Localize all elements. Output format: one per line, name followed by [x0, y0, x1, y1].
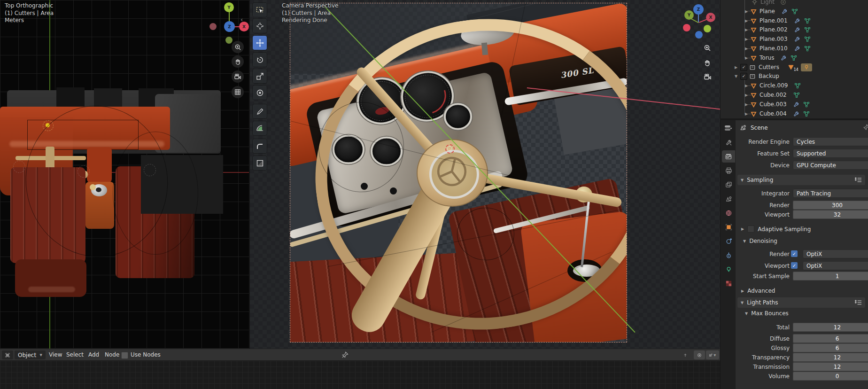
outliner-row-circle009[interactable]: ▶ Circle.009	[721, 81, 868, 90]
properties-panel[interactable]: Scene Render Engine Cycles Feature Set S…	[720, 120, 868, 389]
outliner-row-backup[interactable]: ▼ ✓ Backup	[721, 71, 868, 81]
gizmo-axis-x[interactable]: X	[706, 13, 715, 22]
tab-view-layer[interactable]	[722, 179, 735, 191]
preset-menu-icon[interactable]	[855, 300, 862, 305]
render-samples-slider[interactable]: 300	[793, 201, 868, 210]
denoise-viewport-checkbox[interactable]: ✓	[791, 262, 798, 269]
viewport-top-ortho[interactable]: Top Orthographic (1) Cutters | Area Mete…	[0, 0, 250, 349]
tab-scene[interactable]	[722, 193, 735, 205]
expand-arrow-icon[interactable]: ▶	[744, 84, 749, 88]
tab-texture[interactable]	[722, 277, 735, 289]
sampling-section-header[interactable]: ▼ Sampling	[737, 175, 865, 185]
diffuse-slider[interactable]: 6	[793, 334, 868, 343]
preset-menu-icon[interactable]	[855, 177, 862, 183]
collection-checkbox[interactable]: ✓	[740, 64, 747, 71]
tool-corner[interactable]	[253, 139, 267, 153]
outliner-row-torus[interactable]: ▶ Torus	[721, 53, 868, 62]
tool-transform[interactable]	[253, 86, 267, 100]
outliner-row-plane003[interactable]: ▶ Plane.003	[721, 34, 868, 44]
outliner-row-light[interactable]: Light	[721, 0, 868, 7]
pin-icon[interactable]	[863, 124, 868, 131]
tab-physics[interactable]	[722, 235, 735, 247]
expand-arrow-icon[interactable]: ▶	[744, 47, 749, 51]
integrator-dropdown[interactable]: Path Tracing	[793, 189, 868, 198]
tool-rotate[interactable]	[253, 53, 267, 67]
denoise-render-checkbox[interactable]: ✓	[791, 250, 798, 257]
expand-arrow-icon[interactable]: ▶	[744, 56, 749, 60]
start-sample-slider[interactable]: 1	[793, 272, 868, 280]
light-paths-section-header[interactable]: ▼ Light Paths	[737, 297, 865, 308]
gizmo-axis-y-neg[interactable]	[225, 37, 232, 44]
menu-add[interactable]: Add	[88, 351, 99, 358]
region-collapse-arrow[interactable]: ‹	[240, 16, 243, 23]
outliner-row-plane010[interactable]: ▶ Plane.010	[721, 44, 868, 53]
collection-checkbox[interactable]: ✓	[740, 73, 747, 80]
editor-type-button[interactable]	[2, 350, 13, 359]
gizmo-axis-y[interactable]: Y	[684, 10, 694, 20]
tab-object-data[interactable]	[722, 263, 735, 275]
total-slider[interactable]: 12	[793, 323, 868, 332]
outliner-row-cube004[interactable]: ▶ Cube.004	[721, 109, 868, 118]
transmission-slider[interactable]: 12	[793, 362, 868, 371]
menu-select[interactable]: Select	[66, 351, 84, 358]
denoising-header[interactable]: ▼ Denoising	[743, 238, 777, 244]
grid-ortho-button[interactable]	[232, 86, 244, 98]
gizmo-axis-z-neg[interactable]	[695, 31, 703, 39]
outliner-row-plane001[interactable]: ▶ Plane.001	[721, 16, 868, 25]
snapping-button[interactable]: ▼	[706, 350, 719, 359]
max-bounces-header[interactable]: ▼ Max Bounces	[745, 310, 789, 317]
outliner-panel[interactable]: Light ▶ Plane ▶ Plane.001 ▶ Plane.002	[720, 0, 868, 118]
tool-add-cube[interactable]	[253, 156, 267, 170]
expand-arrow-icon[interactable]: ▶	[744, 19, 749, 23]
tool-box-select[interactable]	[253, 3, 267, 17]
collection-light-toggle[interactable]	[801, 63, 812, 71]
tool-annotate[interactable]	[253, 104, 267, 118]
pan-button[interactable]	[702, 57, 713, 69]
tab-object[interactable]	[722, 221, 735, 233]
expand-arrow-icon[interactable]: ▶	[734, 65, 738, 70]
expand-arrow-icon[interactable]: ▶	[744, 112, 749, 116]
gizmo-axis-y-neg[interactable]	[704, 25, 711, 32]
tool-move[interactable]	[253, 36, 267, 50]
node-editor-canvas[interactable]	[0, 361, 720, 389]
outliner-row-cube003[interactable]: ▶ Cube.003	[721, 100, 868, 109]
gizmo-axis-x-neg[interactable]	[683, 24, 690, 31]
device-dropdown[interactable]: GPU Compute	[793, 161, 868, 170]
tool-measure[interactable]	[253, 121, 267, 135]
shader-mode-dropdown[interactable]: Object ▼	[15, 350, 46, 359]
collapse-arrow-icon[interactable]: ▼	[734, 74, 738, 78]
outliner-row-plane[interactable]: ▶ Plane	[721, 7, 868, 16]
expand-arrow-icon[interactable]: ▶	[744, 37, 749, 41]
outliner-row-cutters[interactable]: ▶ ✓ Cutters 14	[721, 62, 868, 72]
zoom-button[interactable]	[232, 41, 244, 53]
transparency-slider[interactable]: 12	[793, 353, 868, 362]
pin-icon[interactable]	[341, 351, 349, 358]
menu-node[interactable]: Node	[105, 351, 119, 358]
proportional-editing-button[interactable]	[694, 350, 705, 359]
menu-view[interactable]: View	[49, 351, 62, 358]
expand-arrow-icon[interactable]: ▶	[744, 9, 749, 14]
shader-editor-header[interactable]: Object ▼ View Select Add Node Use Nodes …	[0, 349, 720, 361]
glossy-slider[interactable]: 6	[793, 343, 868, 352]
viewport-samples-slider[interactable]: 32	[793, 210, 868, 219]
advanced-header[interactable]: ▶ Advanced	[741, 288, 775, 294]
camera-view-button[interactable]	[702, 71, 713, 83]
pan-button[interactable]	[232, 55, 244, 68]
editor-type-button[interactable]	[722, 122, 735, 134]
parent-node-tree-button[interactable]	[680, 350, 691, 359]
use-nodes-checkbox[interactable]	[121, 352, 128, 359]
tab-tool[interactable]	[722, 136, 735, 148]
expand-arrow-icon[interactable]: ▶	[744, 93, 749, 97]
volume-slider[interactable]: 0	[793, 372, 868, 381]
camera-view-button[interactable]	[232, 70, 244, 83]
denoise-render-dropdown[interactable]: OptiX	[803, 249, 868, 258]
gizmo-axis-x-neg[interactable]	[209, 23, 217, 30]
feature-set-dropdown[interactable]: Supported	[793, 149, 868, 158]
adaptive-sampling-checkbox[interactable]	[747, 226, 754, 233]
tab-render[interactable]	[722, 150, 735, 163]
tab-constraints[interactable]	[722, 249, 735, 261]
viewport-camera-perspective[interactable]: 300 SL	[250, 0, 720, 349]
tool-cursor[interactable]	[253, 19, 267, 33]
denoise-viewport-dropdown[interactable]: OptiX	[803, 261, 868, 270]
tab-output[interactable]	[722, 164, 735, 177]
